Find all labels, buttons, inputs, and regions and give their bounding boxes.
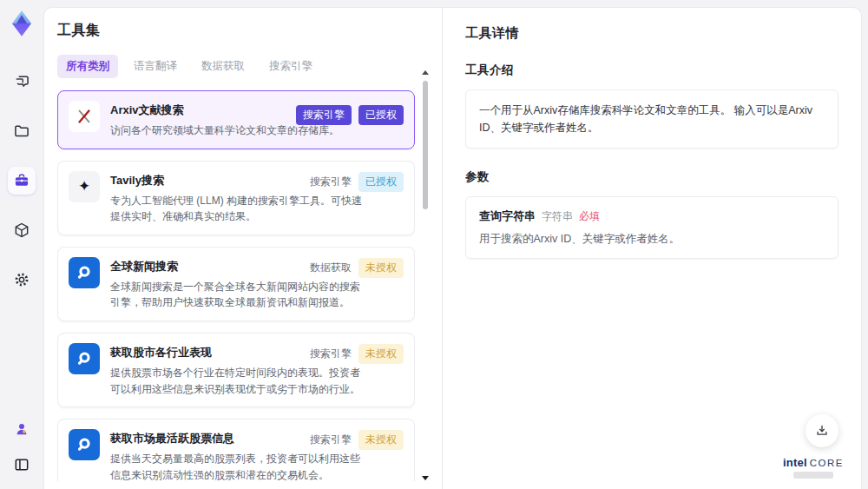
tool-list: Arxiv文献搜索 访问各个研究领域大量科学论文和文章的存储库。 搜索引擎 已授… [57, 90, 415, 481]
category-badge: 搜索引擎 [296, 105, 352, 125]
download-button[interactable] [806, 414, 838, 447]
tab-data-fetch[interactable]: 数据获取 [193, 55, 253, 78]
app-content: 工具集 所有类别 语言翻译 数据获取 搜索引擎 Arxiv文献搜索 访问各个研究… [43, 7, 862, 489]
tool-list-panel: 工具集 所有类别 语言翻译 数据获取 搜索引擎 Arxiv文献搜索 访问各个研究… [44, 8, 442, 489]
tool-badges: 搜索引擎 未授权 [310, 430, 404, 450]
category-label: 搜索引擎 [310, 175, 352, 189]
tab-search-engine[interactable]: 搜索引擎 [260, 55, 321, 78]
tool-description: 全球新闻搜索是一个聚合全球各大新闻网站内容的搜索引擎，帮助用户快速获取全球最新资… [110, 279, 364, 311]
tool-description: 提供股票市场各个行业在特定时间段内的表现。投资者可以利用这些信息来识别表现优于或… [110, 365, 364, 397]
tool-badges: 搜索引擎 已授权 [296, 105, 404, 125]
news-search-icon [69, 257, 100, 288]
sidebar-item-settings[interactable] [8, 266, 36, 294]
param-description: 用于搜索的Arxiv ID、关键字或作者姓名。 [479, 232, 825, 247]
param-required-flag: 必填 [579, 209, 600, 224]
panel-toggle-icon [13, 456, 30, 473]
folder-icon [13, 122, 30, 140]
sidebar-item-profile[interactable] [8, 415, 36, 443]
param-type: 字符串 [542, 209, 573, 224]
auth-badge: 未授权 [358, 258, 404, 278]
page-title: 工具集 [57, 22, 442, 40]
param-card: 查询字符串 字符串 必填 用于搜索的Arxiv ID、关键字或作者姓名。 [465, 196, 838, 259]
category-tabs: 所有类别 语言翻译 数据获取 搜索引擎 [57, 55, 442, 78]
avatar-icon [13, 420, 30, 438]
app-sidebar [0, 0, 43, 489]
category-label: 搜索引擎 [310, 433, 352, 447]
scroll-down-arrow[interactable] [422, 476, 429, 480]
news-search-icon [69, 343, 100, 374]
tool-badges: 搜索引擎 已授权 [310, 172, 404, 192]
tool-description: 专为人工智能代理 (LLM) 构建的搜索引擎工具。可快速提供实时、准确和真实的结… [110, 193, 364, 225]
tool-card-tavily[interactable]: ✦ Tavily搜索 专为人工智能代理 (LLM) 构建的搜索引擎工具。可快速提… [57, 161, 415, 235]
sidebar-item-tools[interactable] [8, 167, 36, 195]
cube-icon [13, 221, 30, 239]
brand-intel: intel [783, 456, 807, 469]
tool-card-most-active-stocks[interactable]: 获取市场最活跃股票信息 提供当天交易量最高的股票列表，投资者可以利用这些信息来识… [57, 419, 415, 481]
category-label: 搜索引擎 [310, 347, 352, 361]
tool-badges: 搜索引擎 未授权 [310, 344, 404, 364]
params-heading: 参数 [465, 169, 838, 185]
auth-badge: 未授权 [358, 344, 404, 364]
category-label: 数据获取 [310, 261, 352, 275]
tool-detail-panel: 工具详情 工具介绍 一个用于从Arxiv存储库搜索科学论文和文章的工具。 输入可… [442, 8, 861, 489]
gem-logo-icon [9, 10, 35, 37]
auth-badge: 未授权 [358, 430, 404, 450]
tab-all-categories[interactable]: 所有类别 [57, 55, 118, 78]
param-header: 查询字符串 字符串 必填 [479, 208, 825, 224]
sidebar-item-packages[interactable] [8, 216, 36, 244]
tool-card-sector-performance[interactable]: 获取股市各行业表现 提供股票市场各个行业在特定时间段内的表现。投资者可以利用这些… [57, 333, 415, 407]
intel-core-logo: intelCORE [783, 456, 844, 479]
tool-description: 提供当天交易量最高的股票列表，投资者可以利用这些信息来识别流动性强的股票和潜在的… [110, 451, 364, 481]
briefcase-icon [13, 172, 30, 189]
detail-title: 工具详情 [465, 25, 838, 42]
scrollbar-thumb[interactable] [423, 81, 428, 209]
tool-badges: 数据获取 未授权 [310, 258, 404, 278]
auth-badge: 已授权 [358, 172, 404, 192]
brand-core: CORE [810, 458, 844, 468]
sidebar-item-files[interactable] [8, 117, 36, 145]
sidebar-nav [8, 68, 36, 294]
intro-heading: 工具介绍 [465, 63, 838, 78]
tool-card-arxiv[interactable]: Arxiv文献搜索 访问各个研究领域大量科学论文和文章的存储库。 搜索引擎 已授… [57, 90, 415, 149]
arxiv-icon [69, 101, 100, 132]
chat-icon [13, 73, 30, 90]
brand-subtext-bar [793, 472, 833, 479]
param-name: 查询字符串 [479, 208, 536, 224]
sidebar-item-chat[interactable] [8, 68, 36, 96]
auth-badge: 已授权 [358, 105, 404, 125]
intro-text: 一个用于从Arxiv存储库搜索科学论文和文章的工具。 输入可以是Arxiv ID… [465, 89, 838, 149]
tab-translation[interactable]: 语言翻译 [125, 55, 186, 78]
tavily-star-icon: ✦ [69, 171, 100, 202]
gear-icon [13, 271, 30, 288]
tool-card-global-news[interactable]: 全球新闻搜索 全球新闻搜索是一个聚合全球各大新闻网站内容的搜索引擎，帮助用户快速… [57, 247, 415, 321]
news-search-icon [69, 429, 100, 460]
download-icon [814, 423, 830, 439]
sidebar-item-panel-toggle[interactable] [8, 451, 36, 479]
sidebar-bottom [8, 415, 36, 489]
list-scrollbar [421, 70, 430, 480]
app-logo[interactable] [7, 7, 36, 40]
scroll-up-arrow[interactable] [422, 70, 429, 75]
